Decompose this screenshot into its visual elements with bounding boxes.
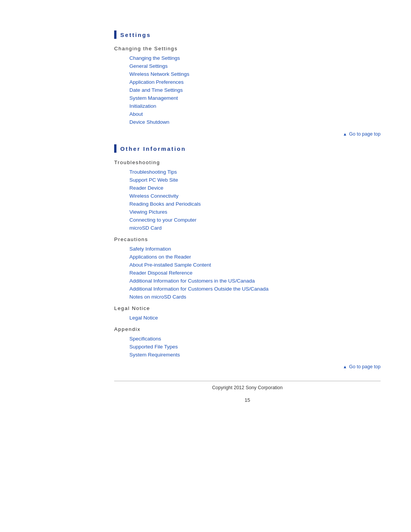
appendix-subsection: Appendix Specifications Supported File T… — [114, 326, 381, 358]
settings-go-to-top: ▲ Go to page top — [114, 131, 381, 137]
other-information-heading: Other Information — [114, 144, 381, 153]
appendix-label: Appendix — [114, 326, 381, 332]
link-legal-notice[interactable]: Legal Notice — [129, 315, 158, 321]
content-area: Settings Changing the Settings Changing … — [114, 15, 381, 403]
link-initialization[interactable]: Initialization — [129, 103, 156, 109]
other-go-to-top-label: Go to page top — [349, 364, 381, 369]
other-information-section: Other Information Troubleshooting Troubl… — [114, 144, 381, 369]
list-item: System Management — [129, 94, 381, 101]
list-item: About — [129, 110, 381, 117]
troubleshooting-subsection: Troubleshooting Troubleshooting Tips Sup… — [114, 160, 381, 231]
link-reader-disposal[interactable]: Reader Disposal Reference — [129, 270, 193, 276]
list-item: microSD Card — [129, 224, 381, 231]
link-general-settings[interactable]: General Settings — [129, 63, 168, 69]
troubleshooting-label: Troubleshooting — [114, 160, 381, 165]
list-item: Legal Notice — [129, 314, 381, 321]
settings-heading-bar — [114, 30, 116, 39]
link-reading-books-periodicals[interactable]: Reading Books and Periodicals — [129, 201, 201, 207]
precautions-subsection: Precautions Safety Information Applicati… — [114, 236, 381, 300]
link-reader-device[interactable]: Reader Device — [129, 185, 163, 191]
settings-section: Settings Changing the Settings Changing … — [114, 30, 381, 137]
settings-heading-text: Settings — [120, 32, 151, 38]
list-item: Viewing Pictures — [129, 208, 381, 215]
link-about[interactable]: About — [129, 111, 143, 117]
link-troubleshooting-tips[interactable]: Troubleshooting Tips — [129, 169, 177, 175]
settings-go-to-top-link[interactable]: ▲ Go to page top — [343, 131, 381, 137]
link-connecting-computer[interactable]: Connecting to your Computer — [129, 217, 196, 223]
link-wireless-network-settings[interactable]: Wireless Network Settings — [129, 71, 190, 77]
link-system-requirements[interactable]: System Requirements — [129, 352, 180, 358]
link-safety-information[interactable]: Safety Information — [129, 246, 171, 252]
link-support-pc-web-site[interactable]: Support PC Web Site — [129, 177, 178, 183]
link-supported-file-types[interactable]: Supported File Types — [129, 344, 178, 350]
list-item: Wireless Connectivity — [129, 192, 381, 199]
list-item: Applications on the Reader — [129, 253, 381, 260]
link-specifications[interactable]: Specifications — [129, 336, 161, 342]
go-to-top-arrow-icon: ▲ — [343, 132, 347, 136]
settings-heading: Settings — [114, 30, 381, 39]
footer-divider — [114, 381, 381, 381]
link-changing-settings[interactable]: Changing the Settings — [129, 55, 180, 61]
link-system-management[interactable]: System Management — [129, 95, 178, 101]
changing-settings-label: Changing the Settings — [114, 46, 381, 51]
link-microsd-card[interactable]: microSD Card — [129, 225, 162, 231]
list-item: Safety Information — [129, 245, 381, 252]
link-application-preferences[interactable]: Application Preferences — [129, 79, 184, 85]
list-item: Specifications — [129, 335, 381, 342]
settings-go-to-top-label: Go to page top — [349, 131, 381, 137]
link-additional-info-us-canada[interactable]: Additional Information for Customers in … — [129, 278, 255, 284]
other-information-heading-text: Other Information — [120, 145, 186, 152]
list-item: Wireless Network Settings — [129, 70, 381, 77]
link-viewing-pictures[interactable]: Viewing Pictures — [129, 209, 167, 215]
list-item: About Pre-installed Sample Content — [129, 261, 381, 268]
list-item: Device Shutdown — [129, 118, 381, 125]
list-item: Reading Books and Periodicals — [129, 200, 381, 207]
appendix-links: Specifications Supported File Types Syst… — [114, 335, 381, 358]
list-item: Additional Information for Customers Out… — [129, 285, 381, 292]
link-about-preinstalled[interactable]: About Pre-installed Sample Content — [129, 262, 211, 268]
list-item: Connecting to your Computer — [129, 216, 381, 223]
legal-notice-label: Legal Notice — [114, 305, 381, 311]
page-number: 15 — [114, 397, 381, 403]
list-item: Date and Time Settings — [129, 86, 381, 93]
list-item: Application Preferences — [129, 78, 381, 85]
precautions-links: Safety Information Applications on the R… — [114, 245, 381, 300]
other-go-to-top-link[interactable]: ▲ Go to page top — [343, 364, 381, 369]
link-date-time-settings[interactable]: Date and Time Settings — [129, 87, 183, 93]
link-notes-microsd[interactable]: Notes on microSD Cards — [129, 294, 186, 300]
list-item: General Settings — [129, 62, 381, 69]
legal-notice-subsection: Legal Notice Legal Notice — [114, 305, 381, 321]
other-information-heading-bar — [114, 144, 116, 153]
link-additional-info-outside-us-canada[interactable]: Additional Information for Customers Out… — [129, 286, 268, 292]
footer-copyright: Copyright 2012 Sony Corporation — [114, 385, 381, 390]
legal-notice-links: Legal Notice — [114, 314, 381, 321]
list-item: Troubleshooting Tips — [129, 168, 381, 175]
page-container: Settings Changing the Settings Changing … — [0, 0, 411, 532]
list-item: Support PC Web Site — [129, 176, 381, 183]
precautions-label: Precautions — [114, 236, 381, 242]
list-item: Additional Information for Customers in … — [129, 277, 381, 284]
list-item: Initialization — [129, 102, 381, 109]
go-to-top-arrow2-icon: ▲ — [343, 364, 347, 369]
list-item: Reader Disposal Reference — [129, 269, 381, 276]
list-item: Reader Device — [129, 184, 381, 191]
list-item: Changing the Settings — [129, 54, 381, 61]
list-item: System Requirements — [129, 351, 381, 358]
changing-settings-links: Changing the Settings General Settings W… — [114, 54, 381, 125]
list-item: Notes on microSD Cards — [129, 293, 381, 300]
link-applications-on-reader[interactable]: Applications on the Reader — [129, 254, 191, 260]
changing-settings-subsection: Changing the Settings Changing the Setti… — [114, 46, 381, 125]
link-wireless-connectivity[interactable]: Wireless Connectivity — [129, 193, 178, 199]
troubleshooting-links: Troubleshooting Tips Support PC Web Site… — [114, 168, 381, 231]
link-device-shutdown[interactable]: Device Shutdown — [129, 119, 169, 125]
list-item: Supported File Types — [129, 343, 381, 350]
other-go-to-top: ▲ Go to page top — [114, 364, 381, 369]
